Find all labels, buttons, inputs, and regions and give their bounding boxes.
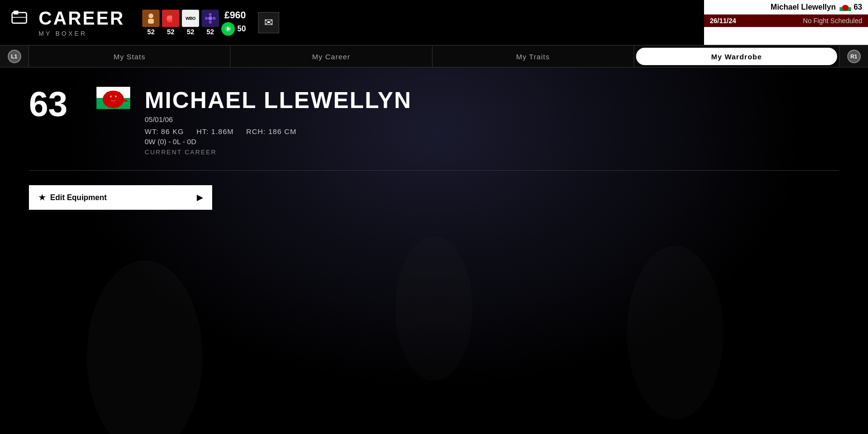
svg-point-23 bbox=[115, 95, 117, 97]
l1-button[interactable]: L1 bbox=[8, 50, 21, 63]
career-logo-icon bbox=[10, 9, 34, 28]
svg-point-0 bbox=[87, 260, 203, 434]
svg-point-22 bbox=[110, 95, 112, 97]
boxer-weight: WT: 86 KG bbox=[145, 127, 184, 136]
svg-rect-8 bbox=[167, 20, 172, 22]
money-section: £960 50 bbox=[221, 10, 251, 36]
header-bar: CAREER MY BOXER 52 bbox=[0, 0, 868, 46]
mail-button[interactable]: ✉ bbox=[258, 12, 279, 33]
svg-point-13 bbox=[213, 17, 216, 20]
svg-point-12 bbox=[205, 17, 208, 20]
svg-point-2 bbox=[627, 246, 723, 420]
stat-glove-value: 52 bbox=[167, 28, 175, 36]
tab-my-wardrobe[interactable]: My Wardrobe bbox=[636, 48, 837, 65]
stat-group-glove: 52 bbox=[162, 10, 179, 36]
svg-rect-7 bbox=[148, 19, 154, 24]
no-fight-status: No Fight Scheduled bbox=[803, 17, 862, 25]
edit-equipment-button[interactable]: ★ Edit Equipment ▶ bbox=[29, 185, 212, 210]
stat-group-ornate: 52 bbox=[202, 10, 219, 36]
player-rating-number: 63 bbox=[854, 3, 862, 12]
stat-boxer-value: 52 bbox=[147, 28, 155, 36]
r1-button[interactable]: R1 bbox=[847, 50, 861, 63]
boxer-height: HT: 1.86M bbox=[196, 127, 233, 136]
section-divider bbox=[29, 170, 839, 171]
player-rating-badge: 63 bbox=[840, 3, 862, 12]
mail-icon: ✉ bbox=[264, 16, 273, 29]
tab-my-career[interactable]: My Career bbox=[231, 46, 432, 67]
logo-section: CAREER MY BOXER bbox=[0, 0, 135, 45]
stat-ornate-value: 52 bbox=[206, 28, 214, 36]
stat-wbo-value: 52 bbox=[187, 28, 194, 36]
logo-title: CAREER bbox=[39, 8, 124, 29]
stat-group-boxer: 52 bbox=[142, 10, 160, 36]
stats-icons-area: 52 52 WBO 52 bbox=[135, 0, 704, 45]
wbo-label: WBO bbox=[186, 16, 196, 21]
boxer-name: MICHAEL LLEWELLYN bbox=[145, 87, 412, 113]
equipment-star-icon: ★ bbox=[39, 193, 45, 202]
tab-my-traits[interactable]: My Traits bbox=[433, 46, 634, 67]
player-date-fight-row: 26/11/24 No Fight Scheduled bbox=[704, 14, 868, 27]
svg-rect-4 bbox=[14, 11, 18, 14]
boxer-rating: 63 bbox=[29, 87, 82, 122]
svg-point-11 bbox=[209, 21, 212, 24]
money-amount: £960 bbox=[224, 10, 246, 21]
svg-point-1 bbox=[395, 236, 473, 381]
svg-point-6 bbox=[149, 14, 153, 18]
svg-point-10 bbox=[209, 13, 212, 16]
player-panel: Michael Llewellyn 63 26/11/24 No Fight S… bbox=[704, 0, 868, 45]
svg-point-9 bbox=[208, 16, 212, 20]
player-date: 26/11/24 bbox=[710, 17, 736, 25]
green-stat-row: 50 bbox=[221, 22, 246, 36]
boxer-career-label: CURRENT CAREER bbox=[145, 149, 412, 156]
boxer-record: 0W (0) - 0L - 0D bbox=[145, 137, 412, 146]
boxer-dob: 05/01/06 bbox=[145, 115, 412, 123]
nav-tabs: L1 My Stats My Career My Traits My Wardr… bbox=[0, 46, 868, 68]
green-stat-value: 50 bbox=[237, 25, 246, 33]
flag-small-icon bbox=[840, 3, 851, 11]
boxer-flag-icon bbox=[96, 87, 130, 109]
nav-right-button[interactable]: R1 bbox=[839, 46, 868, 67]
boxer-physical-stats: WT: 86 KG HT: 1.86M RCH: 186 CM bbox=[145, 127, 412, 136]
stat-group-wbo: WBO 52 bbox=[182, 10, 199, 36]
green-stat-icon bbox=[221, 22, 235, 36]
equipment-button-label: Edit Equipment bbox=[50, 193, 107, 202]
player-name: Michael Llewellyn bbox=[771, 3, 836, 12]
equipment-arrow-icon: ▶ bbox=[197, 193, 203, 202]
player-name-row: Michael Llewellyn 63 bbox=[704, 0, 868, 14]
boxer-profile: 63 bbox=[29, 87, 839, 156]
boxer-reach: RCH: 186 CM bbox=[246, 127, 297, 136]
main-content: 63 bbox=[0, 68, 868, 229]
boxer-details: MICHAEL LLEWELLYN 05/01/06 WT: 86 KG HT:… bbox=[145, 87, 412, 156]
nav-left-button[interactable]: L1 bbox=[0, 46, 29, 67]
logo-subtitle: MY BOXER bbox=[10, 30, 125, 37]
tab-my-stats[interactable]: My Stats bbox=[29, 46, 231, 67]
